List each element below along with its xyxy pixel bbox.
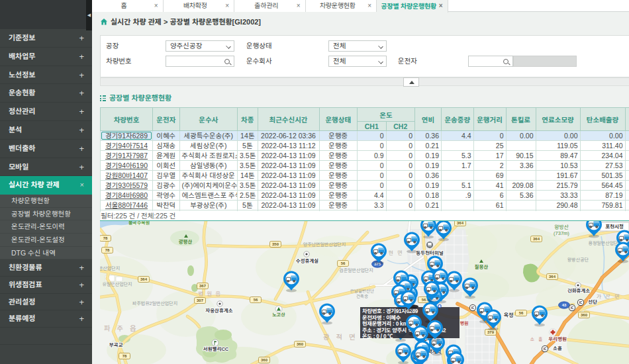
svg-text:360: 360 (261, 358, 268, 362)
svg-text:파주법원2일반산업단지: 파주법원2일반산업단지 (132, 301, 177, 306)
svg-text:왕방산공단: 왕방산공단 (567, 257, 589, 262)
svg-text:부곡교: 부곡교 (109, 342, 123, 348)
svg-text:소흘: 소흘 (553, 345, 562, 351)
svg-text:소 흘: 소 흘 (530, 337, 544, 341)
svg-text:379: 379 (487, 330, 495, 334)
svg-text:현 면: 현 면 (389, 250, 404, 256)
svg-text:307: 307 (197, 298, 204, 302)
svg-text:364: 364 (533, 237, 540, 241)
svg-text:운전자명 : 이혜수: 운전자명 : 이혜수 (362, 315, 401, 321)
svg-text:IC: IC (471, 306, 475, 310)
svg-text:78: 78 (122, 354, 127, 358)
svg-text:온도 : 0 / 0 ℃: 온도 : 0 / 0 ℃ (362, 334, 393, 340)
svg-text:검준일반산업단지: 검준일반산업단지 (339, 268, 373, 273)
svg-text:364: 364 (457, 221, 464, 225)
svg-text:364: 364 (549, 275, 556, 279)
svg-text:IC: IC (544, 347, 547, 351)
svg-text:광 적 면: 광 적 면 (323, 333, 358, 341)
svg-text:현재운행거리 : 0 km: 현재운행거리 : 0 km (362, 321, 408, 327)
svg-text:왕방산: 왕방산 (554, 224, 569, 230)
svg-text:반산업단지: 반산업단지 (100, 266, 120, 271)
svg-text:수정휴게실: 수정휴게실 (296, 258, 319, 264)
svg-text:350: 350 (272, 242, 279, 246)
svg-text:법 원 읍: 법 원 읍 (198, 291, 222, 297)
svg-text:파 주 읍: 파 주 읍 (104, 324, 138, 332)
svg-text:포천시청: 포천시청 (605, 224, 624, 230)
svg-text:364: 364 (140, 277, 148, 281)
svg-text:서원밸리CC: 서원밸리CC (203, 346, 229, 352)
svg-text:56: 56 (519, 311, 524, 315)
svg-text:(737m): (737m) (554, 230, 569, 236)
svg-text:유일반산업단지: 유일반산업단지 (102, 282, 132, 287)
svg-text:은남일반산단: 은남일반산단 (350, 289, 374, 293)
svg-text:광평산: 광평산 (179, 239, 193, 245)
svg-text:양주남면일반산업단지: 양주남면일반산업단지 (303, 242, 346, 247)
svg-text:옥정: 옥정 (504, 312, 514, 318)
svg-text:56: 56 (422, 298, 426, 302)
svg-text:동두천터미널: 동두천터미널 (416, 250, 443, 256)
svg-text:자웅산휴게소: 자웅산휴게소 (205, 308, 232, 314)
svg-text:칠봉산: 칠봉산 (475, 264, 489, 270)
svg-text:선단: 선단 (588, 299, 597, 305)
svg-text:가 산 면: 가 산 면 (597, 294, 621, 300)
svg-text:병원: 병원 (460, 321, 469, 326)
svg-text:노고산: 노고산 (272, 312, 285, 317)
svg-text:IC: IC (571, 306, 574, 310)
svg-text:56: 56 (341, 261, 346, 265)
svg-text:360: 360 (297, 342, 304, 346)
svg-text:용정일반산업단: 용정일반산업단 (588, 241, 618, 246)
svg-text:78: 78 (105, 248, 110, 252)
svg-text:367: 367 (199, 284, 207, 288)
svg-text:건축중: 건축중 (356, 294, 368, 298)
svg-text:78: 78 (103, 236, 108, 240)
svg-text:불곡수목원: 불곡수목원 (128, 221, 150, 225)
svg-text:360: 360 (581, 313, 588, 317)
svg-text:56: 56 (254, 298, 258, 302)
svg-text:43: 43 (562, 303, 567, 307)
svg-text:건화휴게소: 건화휴게소 (567, 288, 591, 294)
svg-text:우리병원: 우리병원 (548, 336, 567, 342)
svg-text:IC: IC (579, 301, 583, 304)
